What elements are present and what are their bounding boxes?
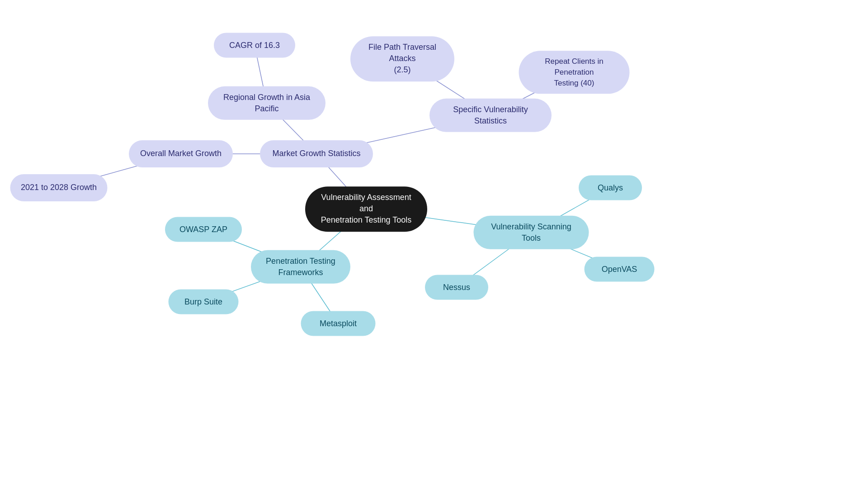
node-burp-suite[interactable]: Burp Suite [169,290,239,314]
node-label-cagr: CAGR of 16.3 [220,34,289,56]
node-growth-2021-2028[interactable]: 2021 to 2028 Growth [10,174,108,201]
node-label-overall-market-growth: Overall Market Growth [131,143,231,165]
node-specific-vuln-stats[interactable]: Specific Vulnerability Statistics [429,99,552,132]
node-vuln-scanning-tools[interactable]: Vulnerability Scanning Tools [474,216,589,249]
mindmap-container: Vulnerability Assessment and Penetration… [0,0,868,490]
node-label-nessus: Nessus [434,276,479,298]
node-openvas[interactable]: OpenVAS [585,257,655,282]
node-file-path[interactable]: File Path Traversal Attacks (2.5) [350,36,454,81]
node-center[interactable]: Vulnerability Assessment and Penetration… [305,186,427,232]
node-owasp-zap[interactable]: OWASP ZAP [165,217,242,242]
node-overall-market-growth[interactable]: Overall Market Growth [129,140,233,167]
node-label-openvas: OpenVAS [593,258,646,280]
node-label-burp-suite: Burp Suite [175,290,231,313]
node-label-regional-growth: Regional Growth in Asia Pacific [208,86,326,120]
node-label-owasp-zap: OWASP ZAP [170,218,236,240]
node-label-growth-2021-2028: 2021 to 2028 Growth [12,176,106,199]
node-market-growth-stats[interactable]: Market Growth Statistics [260,140,373,167]
node-label-file-path: File Path Traversal Attacks (2.5) [350,36,454,81]
node-label-pen-testing-frameworks: Penetration Testing Frameworks [257,250,344,284]
node-label-market-growth-stats: Market Growth Statistics [263,143,369,165]
node-metasploit[interactable]: Metasploit [301,311,376,336]
node-label-specific-vuln-stats: Specific Vulnerability Statistics [429,99,552,132]
node-label-qualys: Qualys [589,176,632,199]
node-qualys[interactable]: Qualys [579,176,642,200]
node-label-vuln-scanning-tools: Vulnerability Scanning Tools [474,216,589,249]
node-repeat-clients[interactable]: Repeat Clients in Penetration Testing (4… [519,51,630,94]
node-label-center: Vulnerability Assessment and Penetration… [305,186,427,232]
node-regional-growth[interactable]: Regional Growth in Asia Pacific [208,86,326,120]
node-label-metasploit: Metasploit [311,312,366,334]
node-label-repeat-clients: Repeat Clients in Penetration Testing (4… [519,51,630,94]
node-cagr[interactable]: CAGR of 16.3 [214,33,295,58]
node-pen-testing-frameworks[interactable]: Penetration Testing Frameworks [251,250,350,284]
node-nessus[interactable]: Nessus [425,275,488,300]
